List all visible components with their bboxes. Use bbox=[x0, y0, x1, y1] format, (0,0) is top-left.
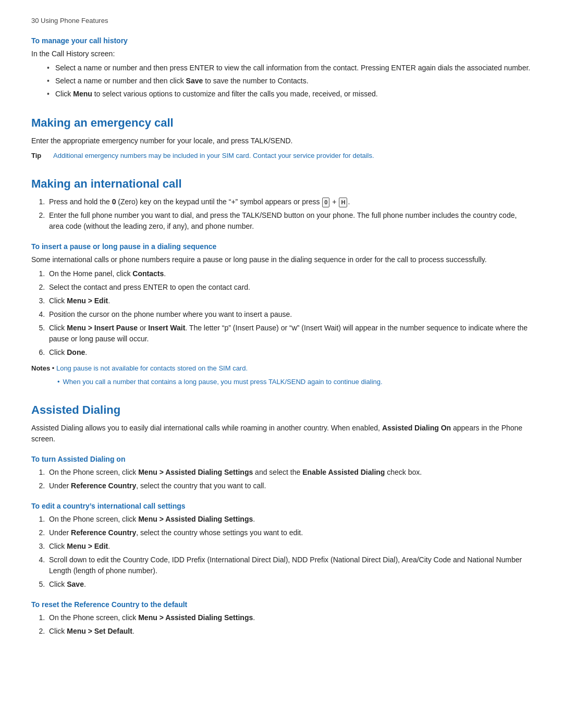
call-history-intro: In the Call History screen: bbox=[31, 48, 532, 59]
call-history-bullets: Select a name or number and then press E… bbox=[47, 63, 532, 100]
reset-country-steps: On the Phone screen, click Menu > Assist… bbox=[47, 612, 532, 637]
call-history-section: To manage your call history In the Call … bbox=[31, 35, 532, 100]
list-item: Click Menu > Insert Pause or Insert Wait… bbox=[47, 323, 532, 344]
turn-on-section: To turn Assisted Dialing on On the Phone… bbox=[31, 454, 532, 491]
list-item: On the Home panel, click Contacts. bbox=[47, 268, 532, 279]
list-item: Press and hold the 0 (Zero) key on the k… bbox=[47, 196, 532, 207]
list-item: Click Menu > Set Default. bbox=[47, 626, 532, 637]
list-item: Click Menu to select various options to … bbox=[47, 89, 532, 100]
assisted-dialing-section: Assisted Dialing Assisted Dialing allows… bbox=[31, 401, 532, 637]
list-item: On the Phone screen, click Menu > Assist… bbox=[47, 514, 532, 525]
turn-on-steps: On the Phone screen, click Menu > Assist… bbox=[47, 467, 532, 491]
turn-on-heading: To turn Assisted Dialing on bbox=[31, 454, 532, 465]
emergency-call-heading: Making an emergency call bbox=[31, 114, 532, 131]
list-item: Scroll down to edit the Country Code, ID… bbox=[47, 554, 532, 576]
list-item: Click Done. bbox=[47, 347, 532, 358]
pause-dialing-section: To insert a pause or long pause in a dia… bbox=[31, 241, 532, 387]
international-call-heading: Making an international call bbox=[31, 175, 532, 192]
list-item: Select the contact and press ENTER to op… bbox=[47, 282, 532, 293]
assisted-dialing-intro: Assisted Dialing allows you to easily di… bbox=[31, 423, 532, 445]
notes-subitem: • When you call a number that contains a… bbox=[57, 377, 532, 387]
list-item: Select a name or number and then press E… bbox=[47, 63, 532, 73]
pause-dialing-heading: To insert a pause or long pause in a dia… bbox=[31, 241, 532, 252]
key-icon-0: 0 bbox=[322, 198, 329, 207]
list-item: Click Save. bbox=[47, 579, 532, 590]
list-item: Position the cursor on the phone number … bbox=[47, 309, 532, 320]
reset-country-heading: To reset the Reference Country to the de… bbox=[31, 599, 532, 610]
pause-dialing-intro: Some international calls or phone number… bbox=[31, 254, 532, 265]
notes-row: Notes • Long pause is not available for … bbox=[31, 363, 532, 374]
list-item: Enter the full phone number you want to … bbox=[47, 210, 532, 232]
edit-country-steps: On the Phone screen, click Menu > Assist… bbox=[47, 514, 532, 590]
list-item: Select a name or number and then click S… bbox=[47, 76, 532, 87]
notes-text-2: When you call a number that contains a l… bbox=[63, 377, 383, 387]
list-item: Under Reference Country, select the coun… bbox=[47, 480, 532, 491]
tip-row: Tip Additional emergency numbers may be … bbox=[31, 151, 532, 161]
emergency-call-section: Making an emergency call Enter the appro… bbox=[31, 114, 532, 161]
list-item: Under Reference Country, select the coun… bbox=[47, 527, 532, 538]
international-call-section: Making an international call Press and h… bbox=[31, 175, 532, 387]
page-number: 30 Using Phone Features bbox=[31, 16, 532, 26]
tip-text: Additional emergency numbers may be incl… bbox=[53, 151, 374, 161]
pause-dialing-steps: On the Home panel, click Contacts. Selec… bbox=[47, 268, 532, 358]
notes-bullet-dot: • bbox=[57, 377, 60, 387]
notes-text-1: Long pause is not available for contacts… bbox=[56, 364, 248, 372]
list-item: On the Phone screen, click Menu > Assist… bbox=[47, 612, 532, 623]
notes-label: Notes bbox=[31, 364, 50, 372]
assisted-dialing-heading: Assisted Dialing bbox=[31, 401, 532, 418]
key-icon-h: H bbox=[339, 198, 347, 207]
edit-country-heading: To edit a country’s international call s… bbox=[31, 501, 532, 512]
emergency-call-intro: Enter the appropriate emergency number f… bbox=[31, 135, 532, 146]
reset-country-section: To reset the Reference Country to the de… bbox=[31, 599, 532, 637]
list-item: Click Menu > Edit. bbox=[47, 295, 532, 306]
call-history-heading: To manage your call history bbox=[31, 35, 532, 46]
tip-label: Tip bbox=[31, 151, 48, 161]
list-item: Click Menu > Edit. bbox=[47, 541, 532, 552]
list-item: On the Phone screen, click Menu > Assist… bbox=[47, 467, 532, 478]
edit-country-section: To edit a country’s international call s… bbox=[31, 501, 532, 590]
international-call-steps: Press and hold the 0 (Zero) key on the k… bbox=[47, 196, 532, 232]
